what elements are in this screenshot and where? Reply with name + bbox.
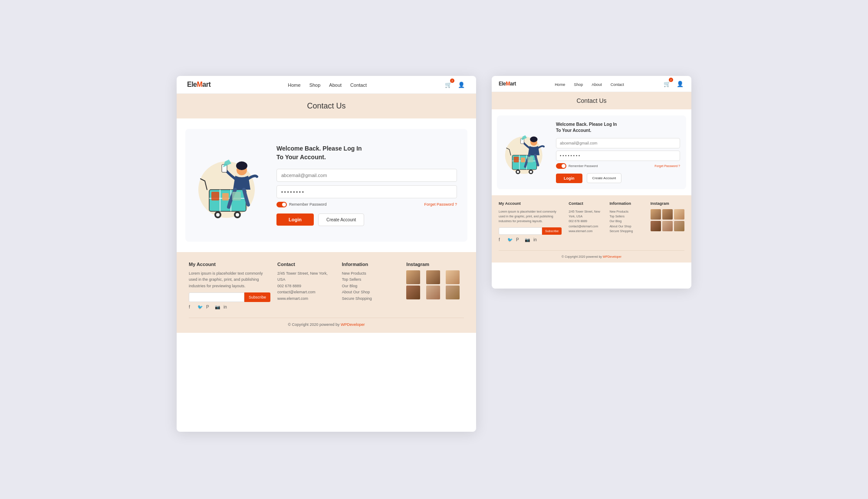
left-browser-card: EleMart Home Shop About Contact 🛒 2 👤 Co… <box>177 76 476 432</box>
password-input-right[interactable] <box>556 151 680 161</box>
cart-icon[interactable]: 🛒 2 <box>444 80 453 89</box>
remember-switch-left[interactable] <box>276 202 287 207</box>
remember-switch-right[interactable] <box>556 163 566 169</box>
nav-shop-right[interactable]: Shop <box>574 82 583 87</box>
footer-link-secure-left[interactable]: Secure Shopping <box>342 295 400 302</box>
footer-link-about-shop-left[interactable]: About Our Shop <box>342 289 400 295</box>
linkedin-icon-right[interactable]: in <box>533 237 539 243</box>
illustration-right <box>497 121 553 184</box>
social-icons-right: f 🐦 P 📷 in <box>499 237 562 243</box>
navbar-left: EleMart Home Shop About Contact 🛒 2 👤 <box>177 76 476 94</box>
shopping-cart-illustration-right <box>502 126 548 178</box>
insta-thumb-2-right[interactable] <box>662 209 673 220</box>
footer-col-contact-right: Contact 2/45 Tower Street, New York, USA… <box>569 201 602 243</box>
nav-links-left: Home Shop About Contact <box>288 81 367 89</box>
footer-link-secure-right[interactable]: Secure Shopping <box>609 229 643 233</box>
instagram-icon-right[interactable]: 📷 <box>525 237 531 243</box>
form-options-right: Remember Password Forget Password ? <box>556 163 680 169</box>
remember-toggle-left: Remember Password <box>276 202 327 207</box>
insta-thumb-6-right[interactable] <box>674 221 684 231</box>
login-form-left: Welcome Back. Please Log In To Your Acco… <box>272 134 467 236</box>
nav-about[interactable]: About <box>329 82 342 88</box>
nav-shop[interactable]: Shop <box>309 82 321 88</box>
footer-grid-right: My Account Lorem ipsum is placeholder te… <box>499 201 684 243</box>
insta-thumb-1-left[interactable] <box>406 270 420 284</box>
footer-phone-right: 002 678 8889 <box>569 219 602 223</box>
insta-thumb-3-left[interactable] <box>446 270 460 284</box>
logo-left: EleMart <box>187 81 210 89</box>
illustration-left <box>185 138 272 233</box>
cart-badge-right: 2 <box>669 78 673 82</box>
footer-account-title-left: My Account <box>189 262 270 267</box>
subscribe-input-right[interactable] <box>499 227 542 235</box>
nav-contact[interactable]: Contact <box>350 82 367 88</box>
footer-right: My Account Lorem ipsum is placeholder te… <box>492 195 691 263</box>
forgot-password-link-right[interactable]: Forget Password ? <box>654 164 680 167</box>
nav-home[interactable]: Home <box>288 82 300 88</box>
nav-icons-left: 🛒 2 👤 <box>444 80 466 89</box>
footer-email-right: contact@elemart.com <box>569 224 602 229</box>
svg-rect-11 <box>211 192 219 200</box>
cart-icon-right[interactable]: 🛒 2 <box>663 79 671 88</box>
insta-thumb-2-left[interactable] <box>426 270 440 284</box>
footer-link-new-products-left[interactable]: New Products <box>342 270 400 276</box>
footer-web-right: www.elemart.com <box>569 229 602 233</box>
nav-home-right[interactable]: Home <box>555 82 565 87</box>
create-account-button-left[interactable]: Create Account <box>318 213 364 226</box>
footer-link-blog-right[interactable]: Our Blog <box>609 219 643 223</box>
subscribe-button-left[interactable]: Subscribe <box>244 292 270 302</box>
insta-thumb-4-left[interactable] <box>406 286 420 299</box>
footer-address-right: 2/45 Tower Street, New York, USA <box>569 209 602 219</box>
user-icon[interactable]: 👤 <box>457 80 466 89</box>
footer-link-top-sellers-left[interactable]: Top Sellers <box>342 276 400 282</box>
login-button-left[interactable]: Login <box>276 213 314 226</box>
instagram-icon[interactable]: 📷 <box>215 305 221 311</box>
insta-thumb-5-right[interactable] <box>662 221 673 231</box>
twitter-icon-right[interactable]: 🐦 <box>507 237 513 243</box>
footer-link-blog-left[interactable]: Our Blog <box>342 283 400 289</box>
insta-thumb-6-left[interactable] <box>446 286 460 299</box>
footer-info-title-left: Information <box>342 262 400 267</box>
forgot-password-link-left[interactable]: Forget Password ? <box>424 202 457 207</box>
svg-point-6 <box>216 213 220 217</box>
footer-link-new-products-right[interactable]: New Products <box>609 209 643 214</box>
linkedin-icon[interactable]: in <box>224 305 230 311</box>
subscribe-button-right[interactable]: Subscribe <box>542 227 562 235</box>
footer-left: My Account Lorem ipsum is placeholder te… <box>177 252 476 333</box>
subscribe-input-left[interactable] <box>189 292 244 302</box>
logo-right: EleMart <box>499 81 516 87</box>
page-title-right: Contact Us <box>497 97 686 104</box>
login-button-right[interactable]: Login <box>556 174 582 183</box>
page-banner-right: Contact Us <box>492 92 691 109</box>
copyright-link-left[interactable]: WPDeveloper <box>341 322 365 327</box>
page-banner-left: Contact Us <box>177 94 476 118</box>
email-input-left[interactable] <box>276 169 457 182</box>
insta-thumb-4-right[interactable] <box>651 221 661 231</box>
twitter-icon[interactable]: 🐦 <box>197 305 204 311</box>
nav-about-right[interactable]: About <box>592 82 602 87</box>
insta-thumb-3-right[interactable] <box>674 209 684 220</box>
user-icon-right[interactable]: 👤 <box>676 79 684 88</box>
footer-email-left: contact@elemart.com <box>277 289 335 295</box>
svg-rect-12 <box>222 193 229 200</box>
footer-link-about-shop-right[interactable]: About Our Shop <box>609 224 643 229</box>
facebook-icon-right[interactable]: f <box>499 237 505 243</box>
insta-thumb-1-right[interactable] <box>651 209 661 220</box>
footer-account-text-right: Lorem ipsum is placeholder text commonly… <box>499 209 562 224</box>
nav-contact-right[interactable]: Contact <box>611 82 624 87</box>
pinterest-icon-right[interactable]: P <box>516 237 522 243</box>
footer-col-contact-left: Contact 2/45 Tower Street, New York, USA… <box>277 262 335 311</box>
create-account-button-right[interactable]: Create Account <box>587 173 622 183</box>
password-input-left[interactable] <box>276 185 457 198</box>
insta-thumb-5-left[interactable] <box>426 286 440 299</box>
footer-contact-title-left: Contact <box>277 262 335 267</box>
footer-address-left: 2/45 Tower Street, New York, USA <box>277 270 335 283</box>
pinterest-icon[interactable]: P <box>206 305 212 311</box>
footer-link-top-sellers-right[interactable]: Top Sellers <box>609 214 643 219</box>
email-input-right[interactable] <box>556 138 680 148</box>
svg-rect-28 <box>527 157 533 162</box>
form-buttons-left: Login Create Account <box>276 213 457 226</box>
copyright-link-right[interactable]: WPDeveloper <box>603 255 621 258</box>
nav-icons-right: 🛒 2 👤 <box>663 79 684 88</box>
facebook-icon[interactable]: f <box>189 305 195 311</box>
